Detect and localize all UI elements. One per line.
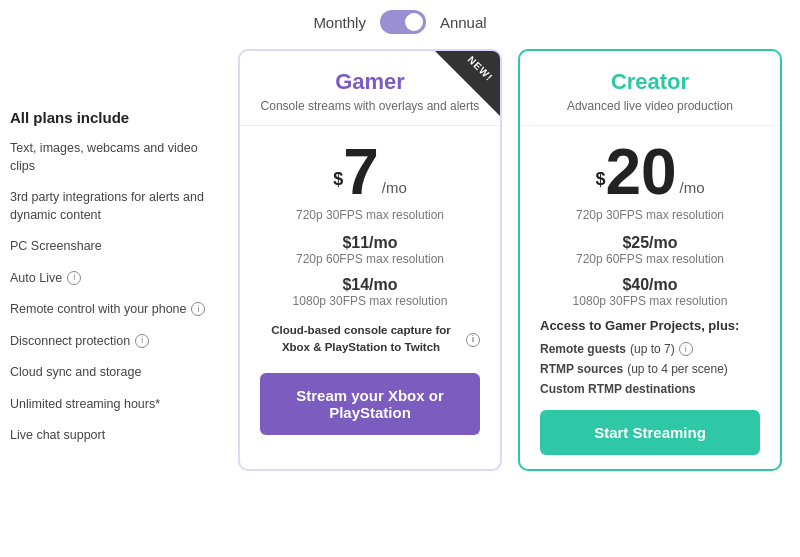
creator-extras: Access to Gamer Projects, plus: Remote g… [540,318,760,396]
alt-price-resolution: 720p 60FPS max resolution [540,252,760,266]
billing-toggle[interactable] [380,10,426,34]
gamer-price-per-mo: /mo [382,179,407,196]
gamer-plan-name: Gamer [260,69,480,95]
alt-price-row: $40/mo1080p 30FPS max resolution [540,276,760,308]
alt-price-resolution: 1080p 30FPS max resolution [540,294,760,308]
creator-main-resolution: 720p 30FPS max resolution [540,208,760,222]
info-icon: i [191,302,205,316]
features-column: All plans include Text, images, webcams … [10,49,230,459]
gamer-main-resolution: 720p 30FPS max resolution [260,208,480,222]
gamer-plan-desc: Console streams with overlays and alerts [260,99,480,113]
gamer-alt-prices: $11/mo720p 60FPS max resolution$14/mo108… [260,234,480,308]
monthly-label: Monthly [313,14,366,31]
creator-price-dollar: $ [595,169,605,190]
extras-item: Custom RTMP destinations [540,382,760,396]
billing-toggle-header: Monthly Annual [0,0,800,49]
creator-main-price: $ 20 /mo [540,140,760,204]
alt-price-row: $11/mo720p 60FPS max resolution [260,234,480,266]
gamer-plan-card: NEW! Gamer Console streams with overlays… [238,49,502,471]
feature-item: 3rd party integrations for alerts and dy… [10,189,220,224]
info-icon: i [679,342,693,356]
gamer-cloud-note: Cloud-based console capture for Xbox & P… [260,322,480,357]
feature-item: Auto Livei [10,270,220,288]
creator-card-header: Creator Advanced live video production [520,51,780,126]
alt-price-row: $25/mo720p 60FPS max resolution [540,234,760,266]
gamer-main-price: $ 7 /mo [260,140,480,204]
gamer-cta-button[interactable]: Stream your Xbox or PlayStation [260,373,480,435]
creator-plan-name: Creator [540,69,760,95]
creator-price-per-mo: /mo [680,179,705,196]
creator-extras-list: Remote guests (up to 7)iRTMP sources (up… [540,341,760,396]
extras-item: RTMP sources (up to 4 per scene) [540,362,760,376]
feature-item: PC Screenshare [10,238,220,256]
extras-item: Remote guests (up to 7)i [540,341,760,356]
gamer-card-body: $ 7 /mo 720p 30FPS max resolution $11/mo… [240,126,500,449]
cards-area: NEW! Gamer Console streams with overlays… [230,49,790,471]
feature-item: Unlimited streaming hours* [10,396,220,414]
feature-item: Remote control with your phonei [10,301,220,319]
creator-cta-button[interactable]: Start Streaming [540,410,760,455]
gamer-price-number: 7 [343,140,379,204]
gamer-price-dollar: $ [333,169,343,190]
feature-item: Live chat support [10,427,220,445]
alt-price: $40/mo [540,276,760,294]
creator-alt-prices: $25/mo720p 60FPS max resolution$40/mo108… [540,234,760,308]
feature-item: Disconnect protectioni [10,333,220,351]
annual-label: Annual [440,14,487,31]
creator-plan-desc: Advanced live video production [540,99,760,113]
info-icon: i [67,271,81,285]
creator-plan-card: Creator Advanced live video production $… [518,49,782,471]
creator-extras-title: Access to Gamer Projects, plus: [540,318,760,333]
new-badge-text: NEW! [466,54,495,83]
main-layout: All plans include Text, images, webcams … [0,49,800,481]
creator-card-body: $ 20 /mo 720p 30FPS max resolution $25/m… [520,126,780,469]
alt-price: $11/mo [260,234,480,252]
feature-item: Text, images, webcams and video clips [10,140,220,175]
feature-item: Cloud sync and storage [10,364,220,382]
features-title: All plans include [10,109,220,126]
info-icon: i [135,334,149,348]
features-list: Text, images, webcams and video clips3rd… [10,140,220,445]
alt-price-resolution: 720p 60FPS max resolution [260,252,480,266]
alt-price: $25/mo [540,234,760,252]
alt-price-row: $14/mo1080p 30FPS max resolution [260,276,480,308]
cloud-note-info-icon: i [466,333,480,347]
alt-price: $14/mo [260,276,480,294]
alt-price-resolution: 1080p 30FPS max resolution [260,294,480,308]
creator-price-number: 20 [605,140,676,204]
